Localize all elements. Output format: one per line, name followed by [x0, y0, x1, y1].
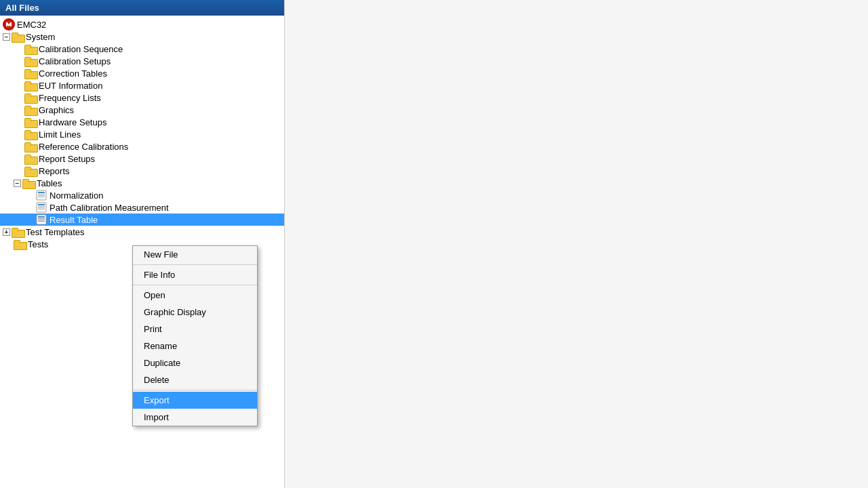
tree-item-test-templates[interactable]: + Test Templates [0, 226, 284, 238]
folder-icon-test-templates [12, 226, 24, 237]
tree-item-label: Reports [39, 166, 70, 176]
context-menu-label-export: Export [144, 395, 170, 405]
svg-rect-14 [38, 220, 45, 220]
context-menu-label-file-info: File Info [144, 270, 175, 280]
context-menu-separator-1 [133, 264, 257, 265]
svg-rect-12 [38, 216, 45, 218]
tree-item-correction-tables[interactable]: Correction Tables [0, 67, 284, 79]
tree-item-label: Report Setups [39, 154, 95, 164]
tree-item-label: Path Calibration Measurement [50, 203, 169, 213]
tree-header-label: All Files [5, 3, 39, 13]
system-folder-icon [12, 31, 24, 42]
context-menu-item-file-info[interactable]: File Info [133, 266, 257, 283]
tree-header: All Files [0, 0, 284, 16]
tree-item-calibration-setups[interactable]: Calibration Setups [0, 55, 284, 67]
context-menu-label-import: Import [144, 412, 169, 422]
context-menu-separator-3 [133, 390, 257, 390]
tree-item-label: System [26, 32, 55, 42]
tree-item-tables[interactable]: − Tables [0, 177, 284, 189]
folder-icon-graphics [24, 104, 37, 115]
folder-icon-limit-lines [24, 129, 37, 140]
folder-icon-eut-information [24, 80, 37, 91]
folder-icon-calibration-sequence [24, 43, 37, 54]
svg-rect-5 [38, 197, 45, 197]
svg-rect-3 [38, 194, 45, 195]
context-menu-item-new-file[interactable]: New File [133, 246, 257, 263]
file-icon-result-table [35, 214, 47, 225]
tables-expander[interactable]: − [14, 180, 21, 187]
context-menu-item-import[interactable]: Import [133, 409, 257, 426]
content-area: All Files EMC32 [0, 0, 868, 488]
folder-icon-tables [22, 178, 35, 188]
context-menu-label-new-file: New File [144, 249, 178, 260]
tree-item-report-setups[interactable]: Report Setups [0, 152, 284, 165]
tree-item-reports[interactable]: Reports [0, 165, 284, 177]
tree-item-label: Calibration Sequence [39, 44, 123, 54]
tree-item-calibration-sequence[interactable]: Calibration Sequence [0, 43, 284, 55]
tree-item-frequency-lists[interactable]: Frequency Lists [0, 92, 284, 104]
file-icon-path-calibration [35, 202, 47, 213]
context-menu-item-open[interactable]: Open [133, 287, 257, 304]
folder-icon-tests [14, 239, 26, 249]
tree-item-graphics[interactable]: Graphics [0, 104, 284, 116]
folder-icon-reference-calibrations [24, 141, 37, 152]
tree-item-label: Normalization [50, 190, 103, 201]
tree-container: EMC32 − System Calibra [0, 16, 284, 253]
context-menu: New File File Info Open Graphic Display [132, 245, 258, 426]
tree-item-label: Test Templates [26, 227, 84, 237]
emc-logo [3, 18, 15, 30]
file-icon-normalization [35, 190, 47, 201]
context-menu-item-print[interactable]: Print [133, 321, 257, 338]
tree-item-emc32[interactable]: EMC32 [0, 18, 284, 30]
tree-item-path-calibration[interactable]: Path Calibration Measurement [0, 201, 284, 214]
context-menu-item-graphic-display[interactable]: Graphic Display [133, 304, 257, 321]
context-menu-item-rename[interactable]: Rename [133, 338, 257, 354]
svg-rect-7 [38, 204, 45, 205]
svg-rect-8 [38, 206, 45, 207]
context-menu-label-print: Print [144, 324, 162, 334]
tree-item-eut-information[interactable]: EUT Information [0, 79, 284, 92]
context-menu-label-graphic-display: Graphic Display [144, 307, 206, 317]
svg-rect-2 [38, 192, 45, 193]
tree-item-label: EMC32 [17, 20, 46, 30]
context-menu-separator-2 [133, 285, 257, 285]
main-container: All Files EMC32 [0, 0, 868, 488]
folder-icon-report-setups [24, 153, 37, 164]
context-menu-item-export[interactable]: Export [133, 392, 257, 409]
context-menu-item-delete[interactable]: Delete [133, 371, 257, 388]
tree-item-limit-lines[interactable]: Limit Lines [0, 128, 284, 140]
folder-icon-hardware-setups [24, 117, 37, 127]
folder-icon-reports [24, 165, 37, 176]
tree-item-label: Tables [37, 178, 62, 188]
tree-item-label: EUT Information [39, 81, 102, 91]
svg-rect-15 [38, 221, 45, 222]
svg-rect-4 [38, 195, 45, 196]
tree-item-reference-calibrations[interactable]: Reference Calibrations [0, 140, 284, 152]
tree-item-label: Limit Lines [39, 129, 81, 140]
tree-item-result-table[interactable]: Result Table [0, 214, 284, 226]
tree-item-label: Graphics [39, 105, 74, 115]
tree-item-label: Frequency Lists [39, 93, 101, 103]
right-panel [285, 0, 868, 488]
folder-icon-frequency-lists [24, 92, 37, 103]
context-menu-label-delete: Delete [144, 375, 170, 385]
tree-item-label: Correction Tables [39, 68, 107, 79]
test-templates-expander[interactable]: + [3, 228, 10, 236]
left-panel: All Files EMC32 [0, 0, 285, 488]
svg-rect-9 [38, 207, 45, 208]
tree-item-label: Result Table [50, 215, 98, 225]
tree-item-system[interactable]: − System [0, 30, 284, 43]
context-menu-item-duplicate[interactable]: Duplicate [133, 354, 257, 371]
context-menu-label-duplicate: Duplicate [144, 358, 180, 368]
system-expander[interactable]: − [3, 33, 10, 41]
tree-item-label: Reference Calibrations [39, 142, 128, 152]
tree-item-label: Hardware Setups [39, 117, 106, 127]
tree-item-label: Tests [28, 239, 48, 249]
emc32-icon [3, 19, 15, 30]
folder-icon-correction-tables [24, 68, 37, 79]
folder-icon-calibration-setups [24, 56, 37, 66]
tree-item-hardware-setups[interactable]: Hardware Setups [0, 116, 284, 128]
tree-item-label: Calibration Setups [39, 56, 111, 66]
tree-item-normalization[interactable]: Normalization [0, 189, 284, 201]
context-menu-label-open: Open [144, 290, 165, 300]
